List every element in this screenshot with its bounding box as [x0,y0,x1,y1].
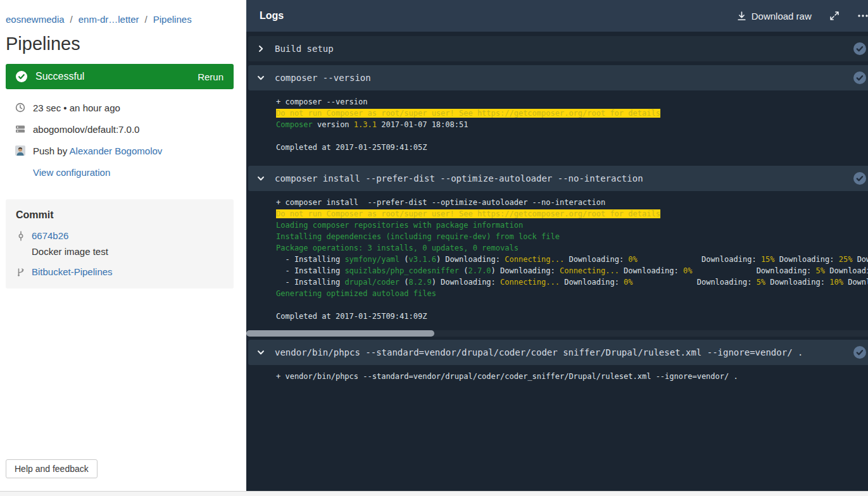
log-section-label: composer install --prefer-dist --optimiz… [275,173,846,183]
status-banner: Successful Rerun [6,64,234,89]
log-line: Do not run Composer as root/super user! … [276,208,868,220]
section-success-check-icon [853,42,866,55]
commit-message: Docker image test [16,246,223,257]
log-section-header[interactable]: Build setup [248,36,868,61]
author-link[interactable]: Alexander Bogomolov [70,146,163,156]
docker-image-icon [15,124,25,134]
log-line: Completed at 2017-01-25T09:41:09Z [276,311,868,322]
log-line: Do not run Composer as root/super user! … [276,108,868,119]
breadcrumb-separator: / [145,14,148,25]
duration-text: 23 sec • an hour ago [33,102,120,113]
log-line: + vendor/bin/phpcs --standard=vendor/dru… [276,371,868,382]
breadcrumb-repo-owner-link[interactable]: eosnewmedia [6,14,65,25]
log-section-header[interactable]: composer --version [248,65,868,90]
branch-link[interactable]: Bitbucket-Pipelines [32,266,113,277]
log-scroll-area: Build setupcomposer --version+ composer … [246,32,868,496]
commit-heading: Commit [16,209,223,221]
more-options-icon[interactable] [857,11,868,20]
docker-image-row: abogomolov/default:7.0.0 [6,118,234,140]
horizontal-scrollbar-thumb[interactable] [246,330,434,337]
log-section-header[interactable]: composer install --prefer-dist --optimiz… [248,166,868,191]
section-success-check-icon [853,71,866,84]
page-title: Pipelines [6,33,234,54]
log-section-label: vendor/bin/phpcs --standard=vendor/drupa… [275,347,846,357]
breadcrumb-separator: / [70,14,73,25]
log-panel: Logs Download raw Build setupcomposer --… [246,0,868,496]
docker-image-text: abogomolov/default:7.0.0 [33,124,139,135]
avatar [15,146,25,156]
download-icon [737,11,746,21]
horizontal-scrollbar-track[interactable] [246,330,868,337]
log-line: - Installing symfony/yaml (v3.1.6) Downl… [276,254,868,265]
log-line: Completed at 2017-01-25T09:41:05Z [276,142,868,153]
help-and-feedback-button[interactable]: Help and feedback [6,459,97,478]
log-line: - Installing drupal/coder (8.2.9) Downlo… [276,276,868,288]
log-line [276,130,868,142]
chevron-down-icon [256,174,265,183]
download-raw-button[interactable]: Download raw [737,11,812,22]
chevron-down-icon [256,73,265,82]
fullscreen-icon[interactable] [829,11,840,21]
push-by-row: Push by Alexander Bogomolov [6,140,234,161]
log-line: + composer --version [276,96,868,108]
commit-icon [16,231,26,241]
chevron-right-icon [256,44,265,53]
commit-card: Commit 6674b26 Docker image test Bitbuck… [6,199,234,288]
push-by-text: Push by Alexander Bogomolov [33,146,162,156]
log-line: Loading composer repositories with packa… [276,220,868,231]
clock-icon [15,102,25,113]
status-badge: Successful [35,71,84,82]
section-success-check-icon [853,172,866,185]
breadcrumb: eosnewmedia/enm-dr…letter/Pipelines [6,14,234,25]
breadcrumb-pipelines-link[interactable]: Pipelines [153,14,192,25]
log-line: Composer version 1.3.1 2017-01-07 18:08:… [276,119,868,130]
log-line: Package operations: 3 installs, 0 update… [276,242,868,254]
log-section-body: + composer install --prefer-dist --optim… [246,191,868,335]
breadcrumb-repo-link[interactable]: enm-dr…letter [79,14,139,25]
success-check-icon [16,71,27,82]
log-line: - Installing squizlabs/php_codesniffer (… [276,265,868,276]
log-line: Installing dependencies (including requi… [276,231,868,242]
chevron-down-icon [256,348,265,357]
log-section-label: Build setup [275,44,846,54]
log-section-header[interactable]: vendor/bin/phpcs --standard=vendor/drupa… [248,340,868,365]
branch-icon [16,267,26,277]
view-configuration-link[interactable]: View configuration [33,167,110,178]
log-section-label: composer --version [275,73,846,83]
page-bottom-scrollbar-track [0,491,868,496]
log-line [276,299,868,311]
rerun-button[interactable]: Rerun [198,71,223,82]
log-section-body: + vendor/bin/phpcs --standard=vendor/dru… [246,365,868,395]
section-success-check-icon [853,346,866,359]
log-line: Generating optimized autoload files [276,288,868,299]
log-line: + composer install --prefer-dist --optim… [276,197,868,208]
logs-title: Logs [260,10,284,22]
commit-hash-link[interactable]: 6674b26 [32,230,68,241]
logs-header: Logs Download raw [246,0,868,32]
duration-row: 23 sec • an hour ago [6,97,234,118]
sidebar: eosnewmedia/enm-dr…letter/Pipelines Pipe… [0,0,246,496]
log-section-body: + composer --versionDo not run Composer … [246,90,868,166]
